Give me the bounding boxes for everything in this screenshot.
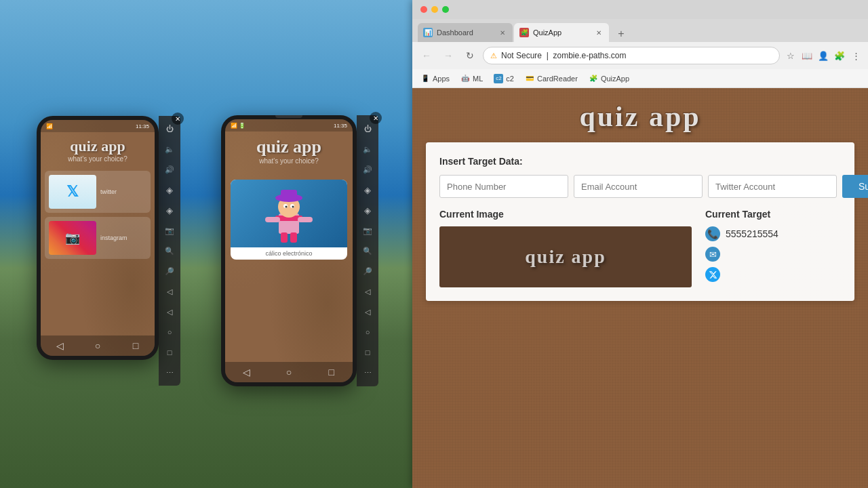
phone-value: 5555215554 [726, 228, 778, 239]
phone1-side-controls: ⏻ 🔈 🔊 ◈ ◈ 📷 🔍 🔎 ◁ ◁ ○ □ ⋯ [159, 116, 180, 386]
phone2-character-card[interactable]: cálico electrónico [231, 180, 347, 260]
phone2-close-btn[interactable]: ✕ [370, 112, 382, 124]
ctrl2-vol-up[interactable]: 🔊 [359, 161, 376, 178]
current-image-label: Current Image [439, 209, 692, 220]
phone2-subtitle: what's your choice? [229, 157, 349, 165]
phone1-status-icons: 📶 [46, 123, 53, 129]
preview-image: quiz app [439, 226, 692, 287]
bookmark-ml[interactable]: 🤖 ML [458, 73, 486, 85]
svg-rect-10 [298, 217, 313, 222]
phone1-instagram-card[interactable]: 📷 instagram [45, 217, 151, 259]
nav-refresh-button[interactable]: ↻ [461, 47, 479, 64]
bookmark-c2-icon: c2 [494, 74, 503, 83]
phone2-with-controls: 📶 🔋 11:35 quiz app what's your choice? [221, 115, 378, 386]
extension-icon[interactable]: 🧩 [833, 49, 846, 62]
menu-icon[interactable]: ⋮ [849, 49, 863, 62]
phone1-bottom-bar: ◁ ○ □ [41, 336, 155, 356]
bookmark-apps[interactable]: 📱 Apps [418, 73, 452, 85]
twitter-icon [705, 267, 720, 282]
bookmark-quizapp[interactable]: 🧩 QuizApp [586, 73, 632, 85]
phone1-status-bar: 📶 11:35 [41, 120, 155, 132]
phone2-recents-btn[interactable]: □ [325, 365, 338, 379]
phone2-home-btn[interactable]: ○ [282, 365, 296, 379]
nav-back-button[interactable]: ← [418, 47, 435, 64]
ctrl2-back2[interactable]: ◁ [359, 303, 376, 321]
bookmark-icon[interactable]: 📖 [800, 49, 814, 62]
bookmark-ml-label: ML [473, 75, 483, 83]
phone2-status-bar: 📶 🔋 11:35 [225, 119, 353, 131]
svg-point-7 [285, 206, 288, 208]
svg-rect-9 [265, 217, 280, 222]
email-account-input[interactable] [574, 175, 703, 198]
ctrl-vol-down[interactable]: 🔈 [161, 140, 178, 158]
ctrl2-camera[interactable]: 📷 [359, 222, 376, 239]
ctrl2-more[interactable]: ⋯ [359, 364, 376, 382]
ctrl2-zoom-in[interactable]: 🔍 [359, 242, 376, 260]
nav-forward-button[interactable]: → [439, 47, 457, 64]
target-email: ✉ [705, 247, 841, 262]
phone2-notch [275, 115, 302, 118]
twitter-account-input[interactable] [708, 175, 837, 198]
phone2-back-btn[interactable]: ◁ [239, 365, 253, 379]
address-bar[interactable]: ⚠ Not Secure | zombie.e-paths.com [483, 47, 780, 64]
phone1-recents-btn[interactable]: □ [129, 339, 142, 352]
current-section: Current Image quiz app Current Target 📞 … [439, 209, 841, 287]
phone-number-input[interactable] [439, 175, 568, 198]
ctrl2-home[interactable]: ○ [359, 323, 376, 341]
submit-button[interactable]: Submit [842, 175, 868, 198]
phone1-cards: 𝕏 twitter 📷 instagram [41, 167, 155, 336]
ctrl-camera[interactable]: 📷 [161, 222, 178, 239]
security-icon: ⚠ [490, 52, 497, 60]
phone2-status-icons: 📶 🔋 [231, 123, 245, 129]
ctrl2-vol-down[interactable]: 🔈 [359, 140, 376, 158]
current-target-label: Current Target [705, 209, 841, 220]
ctrl-square[interactable]: □ [161, 344, 178, 361]
tab-dashboard-close[interactable]: ✕ [498, 28, 507, 37]
ctrl2-zoom-out[interactable]: 🔎 [359, 262, 376, 280]
phone1-home-btn[interactable]: ○ [91, 339, 104, 352]
phone2-time: 11:35 [334, 123, 347, 129]
new-tab-button[interactable]: + [613, 26, 629, 42]
tab-dashboard-label: Dashboard [437, 28, 494, 37]
ctrl-back[interactable]: ◁ [161, 283, 178, 300]
page-title: quiz app [412, 100, 868, 133]
ctrl-back2[interactable]: ◁ [161, 303, 178, 321]
browser-window: 📊 Dashboard ✕ 🧩 QuizApp ✕ + ← → ↻ ⚠ Not … [412, 0, 868, 488]
phone1: 📶 11:35 quiz app what's your choice? 𝕏 [37, 116, 159, 360]
bookmark-c2[interactable]: c2 c2 [491, 73, 517, 85]
star-icon[interactable]: ☆ [784, 49, 797, 62]
traffic-light-maximize[interactable] [442, 6, 449, 13]
phone1-back-btn[interactable]: ◁ [53, 339, 66, 352]
page-content: quiz app Insert Target Data: Submit Curr… [412, 88, 868, 488]
ctrl-diamond1[interactable]: ◈ [161, 181, 178, 199]
ctrl2-d1[interactable]: ◈ [359, 181, 376, 199]
phone2-wrapper: ✕ 📶 🔋 11:35 quiz app what's your choice? [221, 115, 378, 386]
ctrl-zoom-out[interactable]: 🔎 [161, 262, 178, 280]
tab-quizapp-close[interactable]: ✕ [594, 28, 604, 37]
bookmark-apps-icon: 📱 [420, 74, 430, 83]
ctrl2-d2[interactable]: ◈ [359, 201, 376, 219]
phone1-twitter-card[interactable]: 𝕏 twitter [45, 171, 151, 213]
traffic-light-close[interactable] [420, 6, 427, 13]
bookmark-apps-label: Apps [433, 75, 450, 83]
tab-quizapp[interactable]: 🧩 QuizApp ✕ [514, 23, 609, 42]
ctrl2-square[interactable]: □ [359, 344, 376, 361]
bookmark-cardreader[interactable]: 💳 CardReader [522, 73, 580, 85]
profile-icon[interactable]: 👤 [816, 49, 830, 62]
traffic-light-minimize[interactable] [431, 6, 438, 13]
phone-icon: 📞 [705, 226, 720, 241]
tab-dashboard[interactable]: 📊 Dashboard ✕ [418, 23, 513, 42]
svg-rect-11 [281, 232, 288, 243]
phone-container: ✕ 📶 11:35 quiz app what's your choice? [0, 0, 415, 488]
ctrl-vol-up[interactable]: 🔊 [161, 161, 178, 178]
bookmarks-bar: 📱 Apps 🤖 ML c2 c2 💳 CardReader 🧩 QuizApp [412, 69, 868, 88]
phone1-close-btn[interactable]: ✕ [172, 113, 184, 125]
ctrl-diamond2[interactable]: ◈ [161, 201, 178, 219]
ctrl-home[interactable]: ○ [161, 323, 178, 341]
ctrl-more[interactable]: ⋯ [161, 364, 178, 382]
svg-rect-4 [281, 190, 297, 199]
ctrl-zoom-in[interactable]: 🔍 [161, 242, 178, 260]
ctrl2-back[interactable]: ◁ [359, 283, 376, 300]
target-list: 📞 5555215554 ✉ [705, 226, 841, 282]
address-actions: ☆ 📖 👤 🧩 ⋮ [784, 49, 863, 62]
